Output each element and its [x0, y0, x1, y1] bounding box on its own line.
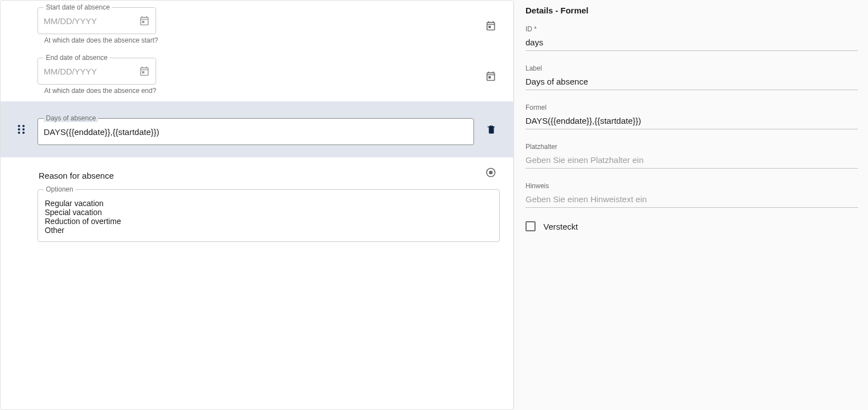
- start-date-helper: At which date does the absence start?: [44, 36, 476, 44]
- hint-field: Hinweis: [526, 182, 858, 208]
- end-date-placeholder: MM/DD/YYYY: [44, 67, 97, 76]
- option-item: Other: [45, 226, 492, 235]
- svg-point-4: [18, 125, 20, 127]
- placeholder-field: Platzhalter: [526, 143, 858, 169]
- days-value: DAYS({{enddate}},{{startdate}}): [44, 127, 159, 137]
- svg-rect-2: [142, 71, 144, 73]
- hidden-checkbox-row[interactable]: Versteckt: [526, 221, 858, 231]
- hint-input[interactable]: [526, 192, 858, 208]
- reason-heading: Reason for absence: [39, 171, 476, 180]
- start-date-label: Start date of absence: [44, 3, 112, 11]
- option-item: Special vacation: [45, 208, 492, 217]
- option-item: Regular vacation: [45, 199, 492, 208]
- calendar-icon[interactable]: [139, 66, 150, 77]
- start-date-input[interactable]: Start date of absence MM/DD/YYYY: [37, 7, 156, 34]
- field-end-date[interactable]: End date of absence MM/DD/YYYY At which …: [1, 51, 513, 101]
- end-date-label: End date of absence: [44, 54, 110, 62]
- days-formula-input[interactable]: Days of absence DAYS({{enddate}},{{start…: [37, 118, 474, 145]
- svg-rect-1: [489, 26, 491, 28]
- svg-rect-3: [489, 76, 491, 78]
- svg-point-5: [22, 125, 25, 127]
- formel-label: Formel: [526, 104, 858, 111]
- hint-label: Hinweis: [526, 182, 858, 190]
- details-title: Details - Formel: [526, 6, 858, 15]
- radio-type-icon: [485, 167, 496, 178]
- hidden-checkbox[interactable]: [526, 221, 536, 231]
- formel-field: Formel: [526, 104, 858, 129]
- placeholder-label: Platzhalter: [526, 143, 858, 151]
- svg-rect-0: [142, 21, 144, 23]
- id-field: ID *: [526, 25, 858, 51]
- label-field: Label: [526, 64, 858, 90]
- delete-button[interactable]: [486, 124, 496, 135]
- date-type-icon: [485, 71, 496, 82]
- svg-point-8: [18, 132, 20, 134]
- label-input[interactable]: [526, 74, 858, 90]
- svg-point-9: [22, 132, 25, 134]
- field-start-date[interactable]: Start date of absence MM/DD/YYYY At whic…: [1, 1, 513, 51]
- label-label: Label: [526, 64, 858, 72]
- form-canvas: Start date of absence MM/DD/YYYY At whic…: [0, 0, 514, 410]
- field-reason[interactable]: Reason for absence Optionen Regular vaca…: [1, 157, 513, 253]
- id-label: ID *: [526, 25, 858, 33]
- details-panel: Details - Formel ID * Label Formel Platz…: [514, 0, 868, 410]
- field-days-of-absence[interactable]: Days of absence DAYS({{enddate}},{{start…: [1, 101, 513, 157]
- placeholder-input[interactable]: [526, 153, 858, 169]
- days-label: Days of absence: [44, 114, 98, 122]
- options-box[interactable]: Optionen Regular vacation Special vacati…: [37, 189, 500, 242]
- svg-point-7: [22, 128, 25, 131]
- options-label: Optionen: [44, 185, 76, 193]
- drag-handle-icon[interactable]: [17, 124, 25, 134]
- start-date-placeholder: MM/DD/YYYY: [44, 16, 97, 26]
- date-type-icon: [485, 20, 496, 31]
- option-item: Reduction of overtime: [45, 217, 492, 226]
- formel-input[interactable]: [526, 114, 858, 129]
- end-date-input[interactable]: End date of absence MM/DD/YYYY: [37, 58, 156, 85]
- calendar-icon[interactable]: [139, 15, 150, 26]
- hidden-label: Versteckt: [543, 222, 578, 231]
- end-date-helper: At which date does the absence end?: [44, 87, 476, 95]
- id-input[interactable]: [526, 35, 858, 51]
- svg-point-6: [18, 128, 20, 131]
- svg-point-11: [489, 170, 493, 174]
